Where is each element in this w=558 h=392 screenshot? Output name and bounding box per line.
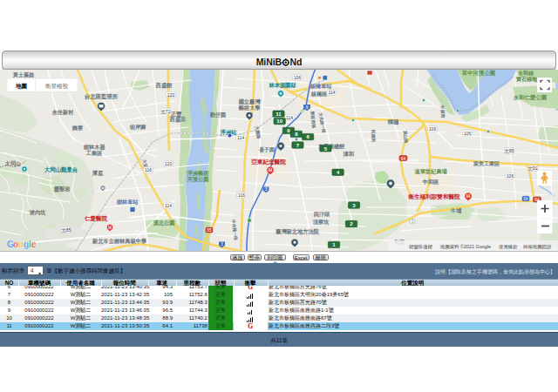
- svg-text:遠東世紀廣場: 遠東世紀廣場: [413, 168, 447, 175]
- svg-text:106: 106: [429, 126, 437, 132]
- svg-text:120: 120: [165, 161, 173, 166]
- svg-text:120: 120: [167, 92, 175, 98]
- svg-text:3: 3: [265, 187, 268, 192]
- svg-text:106: 106: [507, 173, 514, 179]
- svg-text:H: H: [108, 226, 112, 230]
- svg-text:番子園: 番子園: [258, 146, 275, 153]
- svg-text:使用條款: 使用條款: [499, 244, 518, 250]
- svg-text:工業區: 工業區: [85, 150, 103, 156]
- svg-text:永佳新村: 永佳新村: [51, 109, 75, 116]
- svg-text:臺灣新北地方法院: 臺灣新北地方法院: [276, 228, 319, 235]
- svg-text:胡岸腳: 胡岸腳: [129, 124, 146, 131]
- svg-text:新北市立樹林高級中學: 新北市立樹林高級中學: [92, 238, 147, 245]
- svg-text:太同山: 太同山: [4, 160, 22, 167]
- svg-text:板橋車站: 板橋車站: [310, 83, 333, 90]
- svg-text:衛星檢視: 衛星檢視: [45, 83, 69, 90]
- svg-text:地圖: 地圖: [15, 83, 28, 90]
- svg-text:永和仁愛公園: 永和仁愛公園: [513, 94, 547, 101]
- svg-text:板橋區: 板橋區: [310, 91, 328, 98]
- svg-text:姨寮: 姨寮: [71, 125, 84, 132]
- svg-text:3: 3: [221, 242, 223, 247]
- svg-text:116: 116: [238, 193, 245, 198]
- svg-text:草中河濱公園: 草中河濱公園: [461, 70, 495, 77]
- svg-text:河濱公園: 河濱公園: [187, 176, 209, 183]
- svg-text:仁愛醫院: 仁愛醫院: [84, 215, 107, 222]
- svg-text:黃士葉酋: 黃士葉酋: [12, 71, 35, 78]
- svg-text:回報地圖錯誤: 回報地圖錯誤: [523, 244, 552, 250]
- svg-text:衛生福利部雙和醫院: 衛生福利部雙和醫院: [407, 193, 460, 200]
- svg-text:西盛館: 西盛館: [155, 82, 173, 89]
- svg-text:65: 65: [207, 228, 212, 233]
- svg-text:H: H: [269, 167, 272, 172]
- svg-text:大同山觀景台: 大同山觀景台: [44, 166, 78, 173]
- svg-text:牛埔: 牛埔: [451, 207, 462, 214]
- svg-text:歡仔園: 歡仔園: [209, 112, 226, 118]
- svg-text:116: 116: [145, 167, 152, 172]
- svg-text:坡內坑: 坡內坑: [29, 209, 46, 216]
- svg-text:鍵盤快速鍵: 鍵盤快速鍵: [409, 244, 433, 250]
- svg-text:頂寮坑: 頂寮坑: [312, 219, 330, 226]
- svg-text:11: 11: [276, 112, 282, 117]
- svg-text:114: 114: [165, 203, 172, 208]
- svg-text:家美工業區: 家美工業區: [473, 160, 500, 167]
- svg-text:中和區: 中和區: [423, 179, 439, 185]
- svg-text:四汴頭: 四汴頭: [314, 211, 330, 218]
- svg-text:北85: 北85: [62, 227, 71, 233]
- svg-text:e: e: [31, 240, 37, 249]
- svg-text:藝術大學: 藝術大學: [238, 105, 262, 112]
- svg-text:114: 114: [329, 90, 336, 95]
- svg-text:106: 106: [294, 75, 302, 80]
- svg-text:漳和: 漳和: [343, 151, 354, 158]
- svg-text:北95: 北95: [505, 148, 514, 154]
- svg-text:106: 106: [464, 131, 472, 136]
- svg-text:亞東紀念醫院: 亞東紀念醫院: [250, 159, 286, 166]
- svg-text:樹林車站: 樹林車站: [116, 199, 140, 206]
- svg-text:64: 64: [401, 156, 406, 161]
- svg-text:寶石綠地: 寶石綠地: [515, 76, 538, 83]
- svg-text:9: 9: [306, 105, 309, 110]
- svg-text:溪北公園: 溪北公園: [153, 220, 175, 226]
- svg-text:10: 10: [276, 118, 282, 124]
- svg-text:靈聖岩: 靈聖岩: [54, 186, 71, 193]
- svg-text:潭底: 潭底: [92, 170, 103, 177]
- svg-text:永和綠: 永和綠: [517, 70, 534, 77]
- svg-text:地圖資料 ©2021 Google: 地圖資料 ©2021 Google: [439, 244, 491, 250]
- svg-text:台北區監理所: 台北區監理所: [85, 93, 119, 100]
- svg-text:北71: 北71: [161, 109, 171, 115]
- svg-text:H: H: [466, 193, 470, 199]
- svg-text:114: 114: [286, 115, 293, 120]
- svg-text:64: 64: [523, 197, 528, 201]
- svg-text:114: 114: [237, 135, 244, 140]
- svg-text:北91: 北91: [528, 166, 538, 172]
- svg-text:積穗: 積穗: [387, 118, 399, 125]
- svg-text:西盛庄: 西盛庄: [169, 116, 187, 123]
- svg-text:林本源園邸: 林本源園邸: [269, 82, 296, 89]
